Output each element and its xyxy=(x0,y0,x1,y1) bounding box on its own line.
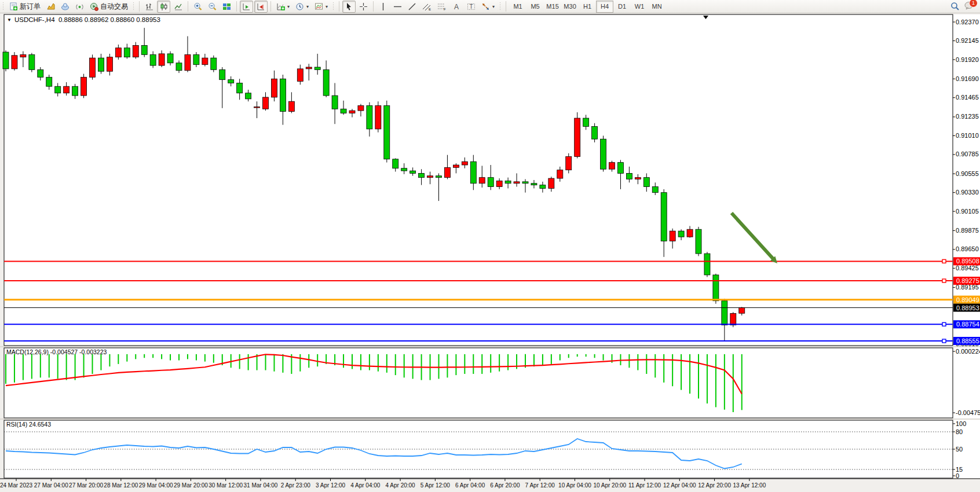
auto-trading-button[interactable]: 自动交易 xyxy=(87,1,130,13)
macd-indicator-label: MACD(12,26,9) -0.004527 -0.003223 xyxy=(6,348,107,355)
crosshair-tool-button[interactable] xyxy=(357,1,370,13)
periods-button[interactable]: ▾ xyxy=(293,1,311,13)
tab-timeframe-d1[interactable]: D1 xyxy=(613,1,631,13)
auto-scroll-icon xyxy=(242,2,251,11)
chart-shift-button[interactable] xyxy=(254,1,268,13)
main-pane xyxy=(4,14,953,346)
zoom-in-button[interactable] xyxy=(191,1,204,13)
candle-body xyxy=(722,301,727,325)
vertical-line-icon xyxy=(379,2,387,11)
line-handle[interactable] xyxy=(942,279,946,282)
line-handle[interactable] xyxy=(942,339,946,343)
tab-timeframe-m1[interactable]: M1 xyxy=(509,1,526,13)
candle-body xyxy=(29,54,35,69)
candle-body xyxy=(713,275,719,301)
candle-body xyxy=(349,111,355,113)
periods-clock-icon xyxy=(295,2,304,11)
cursor-tool-button[interactable] xyxy=(342,1,356,13)
templates-icon xyxy=(315,2,323,11)
chart-collapse-icon[interactable]: ▼ xyxy=(7,17,12,23)
candle-body xyxy=(246,93,251,99)
candle-body xyxy=(704,254,710,275)
profiles-button[interactable] xyxy=(58,1,72,13)
text-label-tool-button[interactable]: T xyxy=(465,1,478,13)
bar-chart-mode-button[interactable] xyxy=(142,1,156,13)
line-handle[interactable] xyxy=(942,322,946,326)
candle-body xyxy=(557,170,563,178)
notifications-button[interactable]: 1 xyxy=(964,1,974,12)
zoom-out-button[interactable] xyxy=(206,1,219,13)
trendline-tool-button[interactable] xyxy=(405,1,419,13)
candle-body xyxy=(107,57,112,72)
signals-button[interactable] xyxy=(73,1,86,13)
equidistant-channel-tool-button[interactable]: E xyxy=(420,1,434,13)
price-tick-label: 0.90555 xyxy=(956,170,979,177)
horizontal-line-tool-button[interactable] xyxy=(391,1,404,13)
candle-body xyxy=(341,109,346,113)
text-tool-button[interactable]: A xyxy=(450,1,463,13)
candle-body xyxy=(730,313,736,325)
candle-body xyxy=(401,168,407,171)
toolbar-grip[interactable] xyxy=(2,2,5,11)
date-tick-label: 10 Apr 20:00 xyxy=(593,482,626,489)
price-tick-label: 0.90330 xyxy=(956,189,979,196)
tab-timeframe-m15[interactable]: M15 xyxy=(544,1,561,13)
candle-body xyxy=(444,167,450,177)
candle-body xyxy=(124,48,130,57)
toolbar-grip[interactable] xyxy=(332,2,335,11)
candle-body xyxy=(367,105,372,128)
arrows-tool-button[interactable]: ▾ xyxy=(479,1,497,13)
candle-body xyxy=(410,171,416,173)
channel-icon: E xyxy=(422,2,432,11)
indicators-button[interactable]: ▾ xyxy=(274,1,292,13)
price-tick-label: 0.91010 xyxy=(956,132,979,139)
line-chart-mode-button[interactable] xyxy=(171,1,185,13)
svg-text:E: E xyxy=(429,8,431,11)
tile-windows-icon xyxy=(222,2,231,11)
candle-body xyxy=(531,183,537,185)
candle-body xyxy=(522,182,528,183)
candle-body xyxy=(133,45,138,57)
tab-timeframe-w1[interactable]: W1 xyxy=(631,1,648,13)
date-tick-label: 3 Apr 12:00 xyxy=(316,482,346,489)
tab-timeframe-h1[interactable]: H1 xyxy=(579,1,596,13)
date-tick-label: 5 Apr 12:00 xyxy=(420,482,451,489)
search-icon[interactable] xyxy=(950,2,960,11)
chart-title: ▼USDCHF-,H4 0.88886 0.88962 0.88860 0.88… xyxy=(7,16,160,23)
templates-button[interactable]: ▾ xyxy=(312,1,330,13)
price-line-label: 0.89508 xyxy=(956,258,979,265)
date-tick-label: 7 Apr 12:00 xyxy=(525,482,555,489)
tab-timeframe-m30[interactable]: M30 xyxy=(561,1,579,13)
fibonacci-tool-button[interactable]: F xyxy=(435,1,449,13)
cursor-icon xyxy=(345,2,353,11)
price-tick-label: 0.91690 xyxy=(956,75,979,82)
toolbar-grip[interactable] xyxy=(499,2,502,11)
candle-body xyxy=(462,161,467,165)
vertical-line-tool-button[interactable] xyxy=(376,1,390,13)
pane-splitter[interactable] xyxy=(0,346,980,347)
new-chart-button[interactable] xyxy=(44,1,57,13)
timeframe-toolbar: M1M5M15M30H1H4D1W1MN xyxy=(509,1,665,13)
candle-body xyxy=(479,178,485,183)
candle-body xyxy=(167,54,173,63)
svg-text:T: T xyxy=(470,3,473,10)
auto-scroll-button[interactable] xyxy=(240,1,253,13)
line-handle[interactable] xyxy=(942,259,946,263)
pane-splitter[interactable] xyxy=(0,418,980,420)
date-tick-label: 30 Mar 12:00 xyxy=(209,482,243,489)
toolbar-grip[interactable] xyxy=(133,2,135,11)
candle-body xyxy=(3,52,9,69)
arrows-icon xyxy=(481,2,490,11)
candle-body xyxy=(280,79,286,111)
candle-body xyxy=(12,56,17,69)
tile-windows-button[interactable] xyxy=(220,1,233,13)
price-tick-label: 0.92370 xyxy=(956,19,979,25)
candle-body xyxy=(72,86,78,96)
price-tick-label: 0.89425 xyxy=(956,265,979,271)
candlestick-mode-button[interactable] xyxy=(157,1,170,13)
tab-timeframe-h4[interactable]: H4 xyxy=(596,1,613,13)
tab-timeframe-m5[interactable]: M5 xyxy=(526,1,544,13)
tab-timeframe-mn[interactable]: MN xyxy=(648,1,665,13)
chart-canvas[interactable]: 0.923700.921450.919200.916900.914650.912… xyxy=(0,0,980,492)
new-order-button[interactable]: 新订单 xyxy=(7,1,43,13)
